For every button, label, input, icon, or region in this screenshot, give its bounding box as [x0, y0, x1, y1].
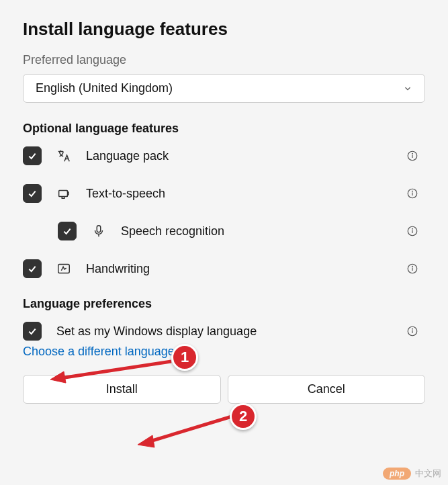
language-pack-icon — [56, 148, 71, 163]
feature-label: Text-to-speech — [86, 187, 165, 201]
checkbox-tts[interactable] — [23, 184, 42, 203]
checkbox-language-pack[interactable] — [23, 146, 42, 165]
feature-language-pack: Language pack — [23, 146, 425, 165]
svg-point-10 — [412, 228, 413, 229]
watermark: php 中文网 — [383, 468, 441, 480]
annotation-badge-2: 2 — [230, 403, 257, 430]
svg-point-2 — [412, 153, 413, 154]
checkbox-display-language[interactable] — [23, 322, 42, 341]
preferred-language-label: Preferred language — [23, 53, 425, 67]
handwriting-icon — [56, 261, 71, 276]
info-icon[interactable] — [406, 187, 418, 200]
svg-rect-7 — [97, 226, 101, 232]
display-language-label: Set as my Windows display language — [56, 324, 257, 339]
watermark-text: 中文网 — [415, 468, 441, 480]
microphone-icon — [91, 224, 106, 238]
svg-point-14 — [412, 266, 413, 267]
choose-different-language-link[interactable]: Choose a different language — [23, 345, 175, 359]
svg-rect-3 — [59, 190, 68, 196]
language-preferences-title: Language preferences — [23, 297, 425, 311]
optional-features-title: Optional language features — [23, 122, 425, 136]
feature-speech-recognition: Speech recognition — [58, 222, 425, 240]
checkbox-handwriting[interactable] — [23, 259, 42, 278]
svg-point-6 — [412, 191, 413, 191]
info-icon[interactable] — [406, 325, 418, 337]
display-language-row: Set as my Windows display language — [23, 322, 425, 341]
feature-label: Handwriting — [86, 262, 150, 276]
cancel-button[interactable]: Cancel — [228, 375, 426, 404]
checkbox-speech[interactable] — [58, 222, 77, 240]
feature-text-to-speech: Text-to-speech — [23, 184, 425, 203]
install-button[interactable]: Install — [23, 375, 221, 404]
svg-marker-21 — [138, 435, 154, 447]
dialog-title: Install language features — [23, 19, 425, 40]
language-select[interactable]: English (United Kingdom) — [23, 74, 425, 103]
feature-label: Speech recognition — [121, 224, 224, 238]
watermark-badge: php — [383, 468, 411, 480]
info-icon[interactable] — [406, 263, 418, 275]
info-icon[interactable] — [406, 150, 418, 162]
feature-label: Language pack — [86, 149, 169, 163]
feature-handwriting: Handwriting — [23, 259, 425, 278]
svg-line-20 — [148, 416, 232, 442]
language-select-value: English (United Kingdom) — [36, 81, 173, 95]
annotation-arrow-2 — [134, 410, 235, 447]
svg-point-17 — [412, 328, 413, 329]
info-icon[interactable] — [406, 225, 418, 237]
chevron-down-icon — [403, 84, 412, 93]
text-to-speech-icon — [56, 186, 71, 201]
